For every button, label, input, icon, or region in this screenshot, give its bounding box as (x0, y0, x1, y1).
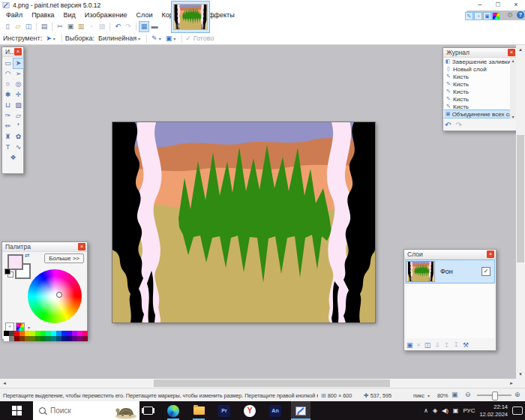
premiere[interactable]: Pr (214, 401, 234, 420)
palette-swatch[interactable] (25, 336, 30, 341)
history-item[interactable]: ✎Кисть (444, 73, 511, 80)
scroll-down-icon[interactable]: ▾ (516, 370, 525, 379)
menu-item[interactable]: Вид (59, 10, 80, 20)
primary-color-swatch[interactable] (8, 254, 23, 270)
zoom-tool[interactable]: ◎ (14, 80, 23, 89)
palette-swatch[interactable] (51, 336, 56, 341)
palette-swatch[interactable] (30, 336, 35, 341)
hidden-icons-chevron[interactable]: ∧ (424, 407, 428, 414)
paste-button[interactable]: ▥ (76, 22, 86, 32)
palette-swatch[interactable] (72, 331, 77, 336)
paint-bucket[interactable]: ⊔ (3, 100, 13, 110)
palette-swatch[interactable] (35, 331, 40, 336)
zoom-in-icon[interactable]: ⊕ (514, 391, 520, 398)
toggle-layers-panel[interactable]: ▣ (483, 12, 491, 20)
palette-swatch[interactable] (46, 336, 51, 341)
toggle-history-panel[interactable]: ◔ (474, 12, 482, 20)
palette-swatch[interactable] (30, 331, 35, 336)
close-icon[interactable]: × (508, 49, 515, 56)
eraser[interactable]: ▱ (14, 111, 23, 121)
edge[interactable] (164, 401, 183, 420)
color-picker[interactable]: ❜ (14, 122, 23, 131)
rectangle-select[interactable]: ▭ (3, 58, 13, 68)
menu-item[interactable]: Слои (132, 10, 158, 20)
open-button[interactable]: ▱ (14, 22, 22, 32)
volume-icon[interactable]: ◀) (442, 407, 448, 414)
palette-swatch[interactable] (40, 331, 46, 336)
lasso-select[interactable]: ◠ (3, 69, 13, 79)
scroll-up-icon[interactable]: ▴ (510, 58, 516, 63)
selection-quality-dropdown[interactable]: Билинейная ▾ (97, 34, 143, 42)
layer-row[interactable]: Фон ✓ (406, 260, 494, 283)
pencil[interactable]: ✏ (3, 122, 13, 131)
palette-swatch[interactable] (56, 336, 62, 341)
palette-swatch[interactable] (51, 331, 56, 336)
more-button[interactable]: Больше >> (44, 254, 84, 263)
file-explorer[interactable] (189, 401, 208, 420)
palette-swatch[interactable] (35, 336, 40, 341)
menu-item[interactable]: Изображение (80, 10, 132, 20)
ellipse-select[interactable]: ○ (3, 80, 13, 89)
color-wheel-cursor[interactable] (56, 292, 62, 298)
zoom-slider[interactable] (477, 394, 512, 396)
search-input[interactable] (49, 406, 103, 416)
notification-center-icon[interactable] (512, 406, 523, 415)
history-item[interactable]: ✎Кисть (444, 80, 511, 88)
paintbrush[interactable]: ✑ (3, 111, 13, 121)
palette-swatch[interactable] (4, 331, 9, 336)
line-curve[interactable]: ∿ (14, 142, 23, 152)
swap-colors-icon[interactable]: ⇄ (25, 252, 30, 259)
palette-swatch[interactable] (20, 336, 25, 341)
reset-colors-black[interactable] (5, 269, 10, 274)
zoom-out-icon[interactable]: ⊖ (465, 391, 471, 398)
current-tool-button[interactable]: ➤ ▾ (44, 34, 58, 42)
palette-swatch[interactable] (82, 336, 88, 341)
duplicate-layer-button[interactable]: ◫ (424, 341, 431, 349)
history-scrollbar[interactable]: ▴ ▾ (510, 58, 516, 119)
zoom-slider-thumb[interactable] (492, 392, 498, 400)
unit-dropdown[interactable]: пикс ▾ (413, 392, 431, 399)
pan-tool[interactable]: ✛ (14, 90, 23, 100)
minimize-button[interactable]: – (471, 0, 489, 10)
move-selected-pixels[interactable]: ➤ (14, 58, 23, 68)
gradient-tool[interactable]: ▨ (14, 100, 23, 110)
ruler-button[interactable]: ▬ (150, 22, 159, 32)
palette-swatch[interactable] (25, 331, 30, 336)
palette-swatch[interactable] (62, 336, 67, 341)
palette-swatch[interactable] (9, 336, 14, 341)
horizontal-scrollbar[interactable]: ◂ ▸ (0, 379, 516, 388)
grid-button[interactable]: ▦ (140, 22, 148, 32)
add-layer-button[interactable]: ▣ (406, 341, 413, 349)
history-item[interactable]: ▯Новый слой (444, 65, 511, 73)
close-button[interactable]: × (507, 0, 525, 10)
scroll-down-icon[interactable]: ▾ (510, 114, 516, 119)
palette-swatch[interactable] (67, 336, 72, 341)
palette-swatch[interactable] (4, 336, 9, 341)
close-icon[interactable]: × (14, 48, 22, 56)
shapes-tool[interactable]: ❖ (3, 153, 23, 163)
palette-swatch[interactable] (14, 336, 20, 341)
palette-swatch[interactable] (77, 331, 82, 336)
task-view[interactable] (138, 401, 158, 420)
palette-swatch[interactable] (72, 336, 77, 341)
settings-gear-icon[interactable]: ⚙ (507, 11, 513, 20)
menu-item[interactable]: Правка (27, 10, 58, 20)
history-item[interactable]: ✎Кисть (444, 88, 511, 95)
palette-swatch[interactable] (62, 331, 67, 336)
horizontal-scroll-thumb[interactable] (154, 380, 390, 387)
move-selection[interactable]: ➢ (14, 69, 23, 79)
clock[interactable]: 22:14 12.02.2024 (479, 404, 508, 418)
yandex-browser[interactable]: Y (240, 401, 260, 420)
close-icon[interactable]: × (487, 250, 494, 258)
help-icon[interactable]: ? (517, 11, 524, 19)
color-wheel[interactable] (28, 269, 82, 323)
animate[interactable]: An (266, 401, 285, 420)
palette-swatch[interactable] (20, 331, 25, 336)
palette-swatch[interactable] (40, 336, 46, 341)
print-button[interactable]: ▤ (40, 22, 49, 32)
undo-button[interactable]: ↶ (445, 121, 451, 129)
open-image-tab[interactable] (171, 1, 210, 33)
scroll-up-icon[interactable]: ▴ (516, 45, 525, 54)
new-button[interactable]: ▯ (3, 22, 12, 32)
copy-button[interactable]: ▣ (66, 22, 75, 32)
